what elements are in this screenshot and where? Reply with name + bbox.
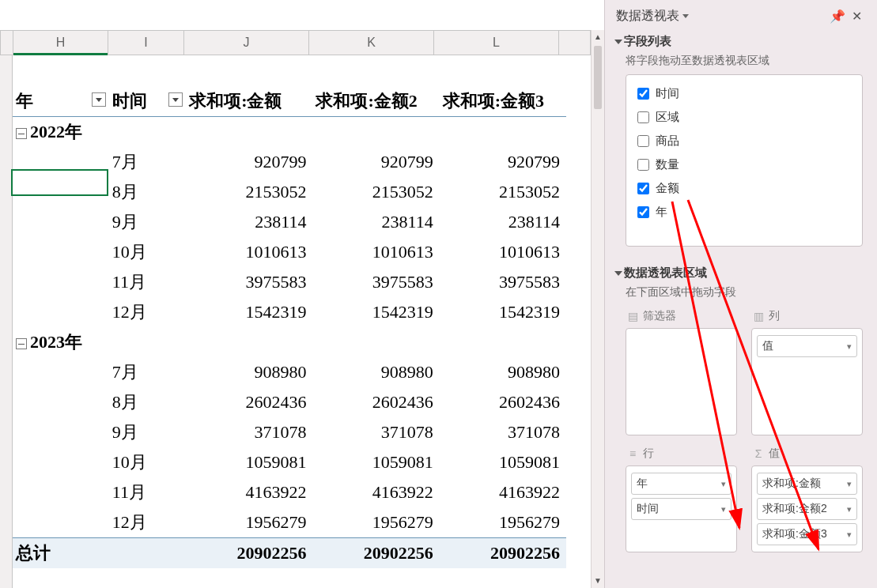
field-checkbox[interactable] bbox=[637, 88, 649, 100]
chevron-down-icon[interactable]: ▾ bbox=[721, 504, 726, 514]
chevron-down-icon[interactable]: ▾ bbox=[721, 479, 726, 489]
pivot-cell-time[interactable]: 12月 bbox=[109, 507, 186, 538]
column-header-H[interactable]: H bbox=[13, 31, 108, 55]
select-all-corner[interactable] bbox=[1, 31, 13, 55]
field-checkbox[interactable] bbox=[637, 111, 649, 123]
collapse-areas-icon[interactable] bbox=[614, 271, 622, 276]
area-pill[interactable]: 时间▾ bbox=[631, 498, 731, 520]
pivot-cell-value[interactable]: 238114 bbox=[312, 207, 439, 237]
vertical-scrollbar[interactable]: ▲ ▼ bbox=[591, 30, 604, 588]
collapse-group-icon[interactable] bbox=[16, 338, 27, 349]
scroll-thumb[interactable] bbox=[594, 46, 602, 109]
pivot-data-row[interactable]: 7月920799920799920799 bbox=[13, 147, 566, 177]
field-checkbox[interactable] bbox=[637, 135, 649, 147]
pivot-cell-value[interactable]: 1956279 bbox=[186, 507, 312, 538]
pivot-total-value[interactable]: 20902256 bbox=[186, 538, 312, 569]
columns-dropzone[interactable]: 值▾ bbox=[751, 328, 863, 435]
pivot-data-row[interactable]: 11月416392241639224163922 bbox=[13, 477, 566, 507]
pivot-cell-value[interactable]: 238114 bbox=[440, 207, 566, 237]
pivot-cell-value[interactable]: 920799 bbox=[440, 147, 566, 177]
pivot-data-row[interactable]: 10月105908110590811059081 bbox=[13, 447, 566, 477]
pivot-data-row[interactable]: 9月371078371078371078 bbox=[13, 417, 566, 447]
row-header-gutter[interactable] bbox=[0, 55, 13, 588]
pivot-cell-value[interactable]: 2602436 bbox=[186, 387, 312, 417]
pivot-cell-value[interactable]: 1059081 bbox=[312, 447, 439, 477]
field-list-box[interactable]: 时间区域商品数量金额年 bbox=[626, 74, 863, 247]
pivot-cell-time[interactable]: 10月 bbox=[109, 237, 186, 267]
field-item-金额[interactable]: 金额 bbox=[634, 176, 854, 200]
collapse-group-icon[interactable] bbox=[16, 128, 27, 139]
pivot-cell-value[interactable]: 371078 bbox=[186, 417, 312, 447]
pivot-data-row[interactable]: 7月908980908980908980 bbox=[13, 357, 566, 387]
field-item-时间[interactable]: 时间 bbox=[634, 81, 854, 105]
pivot-cell-time[interactable]: 8月 bbox=[109, 177, 186, 207]
pivot-cell-value[interactable]: 4163922 bbox=[312, 477, 439, 507]
pivot-cell-value[interactable]: 4163922 bbox=[440, 477, 566, 507]
pivot-data-row[interactable]: 8月260243626024362602436 bbox=[13, 387, 566, 417]
pivot-data-row[interactable]: 8月215305221530522153052 bbox=[13, 177, 566, 207]
pivot-cell-value[interactable]: 3975583 bbox=[186, 267, 312, 297]
chevron-down-icon[interactable]: ▾ bbox=[847, 530, 852, 540]
area-pill[interactable]: 求和项:金额2▾ bbox=[757, 498, 857, 520]
chevron-down-icon[interactable]: ▾ bbox=[847, 341, 852, 352]
pivot-cell-time[interactable]: 7月 bbox=[109, 147, 186, 177]
pivot-cell-value[interactable]: 2153052 bbox=[312, 177, 439, 207]
pivot-cell-time[interactable]: 10月 bbox=[109, 447, 186, 477]
field-checkbox[interactable] bbox=[637, 206, 649, 218]
pivot-cell-value[interactable]: 908980 bbox=[186, 357, 312, 387]
pivot-cell-time[interactable]: 8月 bbox=[109, 387, 186, 417]
area-pill[interactable]: 求和项:金额▾ bbox=[757, 473, 857, 495]
panel-title-dropdown-icon[interactable] bbox=[682, 14, 689, 18]
pivot-cell-value[interactable]: 1542319 bbox=[440, 297, 566, 327]
filter-dropzone[interactable] bbox=[626, 328, 737, 435]
chevron-down-icon[interactable]: ▾ bbox=[847, 479, 852, 489]
column-header-J[interactable]: J bbox=[184, 31, 309, 55]
area-pill[interactable]: 求和项:金额3▾ bbox=[757, 523, 857, 545]
pivot-cell-value[interactable]: 1542319 bbox=[186, 297, 312, 327]
area-pill[interactable]: 值▾ bbox=[757, 335, 857, 357]
pivot-cell-value[interactable]: 1542319 bbox=[312, 297, 439, 327]
pivot-cell-value[interactable]: 920799 bbox=[312, 147, 439, 177]
field-checkbox[interactable] bbox=[637, 183, 649, 194]
pivot-cell-value[interactable]: 1059081 bbox=[186, 447, 312, 477]
pivot-cell-time[interactable]: 7月 bbox=[109, 357, 186, 387]
pivot-cell-value[interactable]: 1010613 bbox=[440, 237, 566, 267]
field-item-商品[interactable]: 商品 bbox=[634, 129, 854, 153]
pivot-cell-time[interactable]: 11月 bbox=[109, 477, 186, 507]
pivot-group-label[interactable]: 2022年 bbox=[30, 122, 82, 141]
pivot-cell-value[interactable]: 908980 bbox=[440, 357, 566, 387]
pivot-total-value[interactable]: 20902256 bbox=[440, 538, 566, 569]
close-icon[interactable]: ✕ bbox=[847, 9, 866, 24]
pivot-cell-value[interactable]: 3975583 bbox=[440, 267, 566, 297]
pivot-total-label[interactable]: 总计 bbox=[13, 538, 186, 569]
section-areas-title[interactable]: 数据透视表区域 bbox=[605, 261, 877, 285]
values-dropzone[interactable]: 求和项:金额▾求和项:金额2▾求和项:金额3▾ bbox=[751, 466, 863, 552]
filter-dropdown-year[interactable] bbox=[92, 92, 106, 107]
pivot-cell-time[interactable]: 9月 bbox=[109, 417, 186, 447]
pivot-data-row[interactable]: 10月101061310106131010613 bbox=[13, 237, 566, 267]
filter-dropdown-time[interactable] bbox=[168, 92, 183, 107]
pivot-cell-time[interactable]: 9月 bbox=[109, 207, 186, 237]
pivot-cell-value[interactable]: 3975583 bbox=[312, 267, 439, 297]
pivot-cell-value[interactable]: 371078 bbox=[440, 417, 566, 447]
pivot-data-row[interactable]: 9月238114238114238114 bbox=[13, 207, 566, 237]
section-fields-title[interactable]: 字段列表 bbox=[605, 29, 877, 54]
pivot-cell-value[interactable]: 2602436 bbox=[312, 387, 439, 417]
field-item-数量[interactable]: 数量 bbox=[634, 153, 854, 176]
pivot-cell-value[interactable]: 238114 bbox=[186, 207, 312, 237]
pivot-cell-value[interactable]: 371078 bbox=[312, 417, 439, 447]
pivot-cell-value[interactable]: 1956279 bbox=[440, 507, 566, 538]
field-checkbox[interactable] bbox=[637, 159, 649, 171]
pivot-data-row[interactable]: 11月397558339755833975583 bbox=[13, 267, 566, 297]
pivot-cell-value[interactable]: 1010613 bbox=[186, 237, 312, 267]
column-header-L[interactable]: L bbox=[434, 31, 559, 55]
scroll-down-arrow-icon[interactable]: ▼ bbox=[592, 574, 604, 588]
pivot-cell-value[interactable]: 908980 bbox=[312, 357, 439, 387]
pivot-cell-value[interactable]: 1956279 bbox=[312, 507, 439, 538]
chevron-down-icon[interactable]: ▾ bbox=[847, 504, 852, 514]
scroll-up-arrow-icon[interactable]: ▲ bbox=[592, 30, 604, 44]
field-item-年[interactable]: 年 bbox=[634, 200, 854, 224]
area-pill[interactable]: 年▾ bbox=[631, 473, 731, 495]
pivot-data-row[interactable]: 12月195627919562791956279 bbox=[13, 507, 566, 538]
pivot-table[interactable]: 年 时间 求和项:金额 求和项:金额2 求和项:金额3 2022年7月92079… bbox=[13, 86, 566, 568]
